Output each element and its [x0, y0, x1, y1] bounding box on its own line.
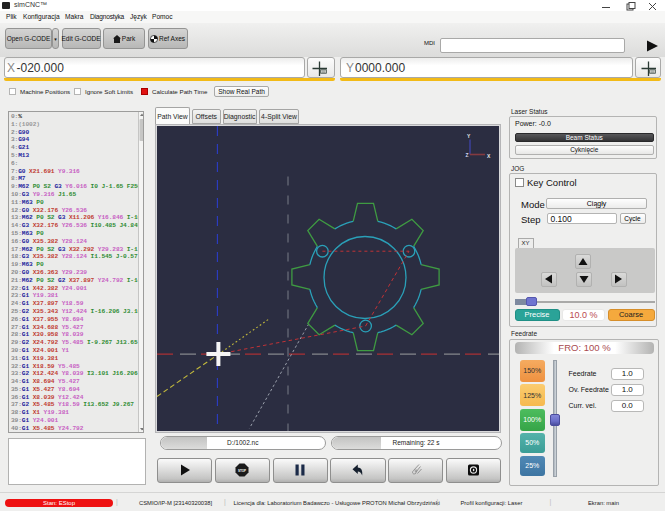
svg-text:Y: Y — [467, 132, 471, 138]
svg-text:X: X — [487, 152, 491, 158]
svg-text:STOP: STOP — [238, 469, 246, 473]
svg-text:Z: Z — [466, 152, 469, 158]
